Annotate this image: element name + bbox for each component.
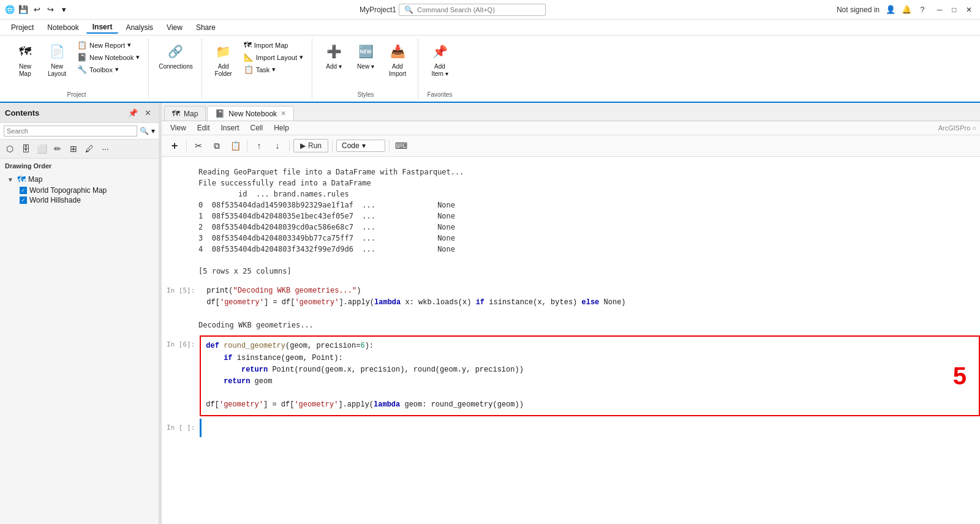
connections-button[interactable]: 🔗 Connections <box>155 39 197 73</box>
sidebar-tb-polygon[interactable]: ⬜ <box>34 141 49 156</box>
add-styles-button[interactable]: ➕ Add ▾ <box>318 39 349 73</box>
import-map-icon: 🗺 <box>244 40 252 50</box>
new-styles-icon: 🆕 <box>356 42 375 61</box>
undo-icon[interactable]: ↩ <box>32 5 42 15</box>
nb-sep2 <box>247 140 247 152</box>
menu-insert[interactable]: Insert <box>86 21 119 34</box>
cell-6-code: def round_geometry(geom, precision=6): i… <box>206 340 974 411</box>
sidebar-toolbar: ⬡ 🗄 ⬜ ✏ ⊞ 🖊 ··· <box>0 140 159 159</box>
nb-run-button[interactable]: ▶ Run <box>293 139 328 152</box>
sidebar-search-input[interactable] <box>4 125 137 137</box>
nb-keyboard-button[interactable]: ⌨ <box>393 138 409 154</box>
sidebar-tb-pencil[interactable]: ✏ <box>50 141 65 156</box>
sidebar-close-button[interactable]: ✕ <box>141 107 154 119</box>
nb-scissors-button[interactable]: ✂ <box>190 138 206 154</box>
menu-analysis[interactable]: Analysis <box>119 22 159 33</box>
notification-icon[interactable]: 🔔 <box>902 5 911 15</box>
toolbox-button[interactable]: 🔧 Toolbox ▾ <box>74 64 143 75</box>
add-import-button[interactable]: 📥 AddImport <box>382 39 413 80</box>
nb-menu-cell[interactable]: Cell <box>246 122 268 133</box>
ribbon-import-label-empty <box>208 97 307 98</box>
nb-cell-type-dropdown[interactable]: Code ▾ <box>336 140 385 152</box>
menu-view[interactable]: View <box>160 22 189 33</box>
import-layout-button[interactable]: 📐 Import Layout ▾ <box>240 51 307 63</box>
maximize-button[interactable]: □ <box>948 4 960 16</box>
nb-add-cell-button[interactable]: + <box>167 138 183 154</box>
toolbox-label: Toolbox <box>89 66 113 73</box>
close-button[interactable]: ✕ <box>963 4 975 16</box>
new-styles-button[interactable]: 🆕 New ▾ <box>350 39 381 73</box>
tree-item-map[interactable]: ▼ 🗺 Map <box>5 173 154 185</box>
ribbon: 🗺 NewMap 📄 NewLayout 📋 New Report ▾ 📓 Ne… <box>0 36 980 103</box>
sidebar-tb-cylinder[interactable]: 🗄 <box>18 141 33 156</box>
import-map-label: Import Map <box>254 42 288 49</box>
add-folder-button[interactable]: 📁 AddFolder <box>208 39 239 80</box>
tab-map[interactable]: 🗺 Map <box>164 106 206 121</box>
ribbon-group-styles: ➕ Add ▾ 🆕 New ▾ 📥 AddImport Styles <box>314 38 418 99</box>
more-icon[interactable]: ▾ <box>59 5 69 15</box>
tab-notebook[interactable]: 📓 New Notebook ✕ <box>207 106 294 121</box>
sidebar-filter-icon[interactable]: ▾ <box>151 127 155 135</box>
command-search-bar[interactable]: 🔍 <box>399 4 546 16</box>
tree-label-hillshade: World Hillshade <box>29 196 81 204</box>
sidebar-tb-brush[interactable]: 🖊 <box>82 141 97 156</box>
tab-close-button[interactable]: ✕ <box>281 110 286 118</box>
new-report-button[interactable]: 📋 New Report ▾ <box>74 39 143 51</box>
user-icon[interactable]: 👤 <box>886 5 895 15</box>
cell-empty: In [ ]: <box>162 419 980 437</box>
nb-menu-edit[interactable]: Edit <box>192 122 215 133</box>
checkbox-topo[interactable]: ✓ <box>20 187 27 194</box>
cell-6-body[interactable]: def round_geometry(geom, precision=6): i… <box>200 335 980 416</box>
tree-label-topo: World Topographic Map <box>29 186 107 195</box>
task-button[interactable]: 📋 Task ▾ <box>240 64 307 75</box>
new-layout-button[interactable]: 📄 NewLayout <box>42 39 72 80</box>
sidebar-tb-more[interactable]: ··· <box>98 141 113 156</box>
minimize-button[interactable]: ─ <box>933 4 946 16</box>
task-icon: 📋 <box>244 65 254 74</box>
nb-menu-insert[interactable]: Insert <box>216 122 244 133</box>
nb-paste-button[interactable]: 📋 <box>227 138 243 154</box>
ribbon-project-label: Project <box>10 90 143 98</box>
checkbox-hillshade[interactable]: ✓ <box>20 196 27 204</box>
nb-sep3 <box>289 140 290 152</box>
toolbox-icon: 🔧 <box>77 65 87 74</box>
tree-item-hillshade[interactable]: ✓ World Hillshade <box>17 195 154 205</box>
tab-notebook-label: New Notebook <box>228 110 277 118</box>
save-icon[interactable]: 💾 <box>18 5 28 15</box>
add-item-button[interactable]: 📌 AddItem ▾ <box>424 39 455 80</box>
nb-menu-help[interactable]: Help <box>269 122 294 133</box>
ribbon-new-buttons: 🗺 NewMap 📄 NewLayout 📋 New Report ▾ 📓 Ne… <box>10 39 143 90</box>
nb-sep5 <box>389 140 390 152</box>
ribbon-group-connections: 🔗 Connections <box>150 38 202 99</box>
menu-project[interactable]: Project <box>5 22 40 33</box>
menu-share[interactable]: Share <box>190 22 222 33</box>
nb-move-up-button[interactable]: ↑ <box>251 138 267 154</box>
nb-move-down-button[interactable]: ↓ <box>270 138 285 154</box>
redo-icon[interactable]: ↪ <box>45 5 55 15</box>
sidebar-tb-grid[interactable]: ⊞ <box>66 141 81 156</box>
import-map-button[interactable]: 🗺 Import Map <box>240 39 307 51</box>
sidebar-tb-network[interactable]: ⬡ <box>2 141 17 156</box>
map-tree-label: Map <box>28 175 42 184</box>
add-folder-icon: 📁 <box>214 42 233 61</box>
menu-bar: Project Notebook Insert Analysis View Sh… <box>0 20 980 36</box>
nb-copy-button[interactable]: ⧉ <box>209 138 225 154</box>
cell-empty-body[interactable] <box>200 419 980 437</box>
ribbon-conn-label-empty <box>155 97 197 98</box>
new-map-button[interactable]: 🗺 NewMap <box>10 39 40 80</box>
command-search-input[interactable] <box>417 6 540 13</box>
cell-5-body[interactable]: print("Decoding WKB geometries...") df['… <box>200 282 980 312</box>
add-import-label: AddImport <box>389 63 406 78</box>
notebook-cells: Reading GeoParquet file into a DataFrame… <box>162 157 980 524</box>
nb-sep4 <box>332 140 333 152</box>
menu-notebook[interactable]: Notebook <box>41 22 85 33</box>
nb-menu-view[interactable]: View <box>165 122 191 133</box>
tree-item-topo[interactable]: ✓ World Topographic Map <box>17 185 154 195</box>
new-styles-label: New ▾ <box>357 63 374 70</box>
nb-logo: ArcGISPro ○ <box>938 124 976 132</box>
new-notebook-icon: 📓 <box>77 53 87 62</box>
run-label: Run <box>308 141 322 150</box>
help-icon[interactable]: ? <box>918 5 927 15</box>
new-notebook-button[interactable]: 📓 New Notebook ▾ <box>74 51 143 63</box>
sidebar-pin-button[interactable]: 📌 <box>127 107 139 119</box>
